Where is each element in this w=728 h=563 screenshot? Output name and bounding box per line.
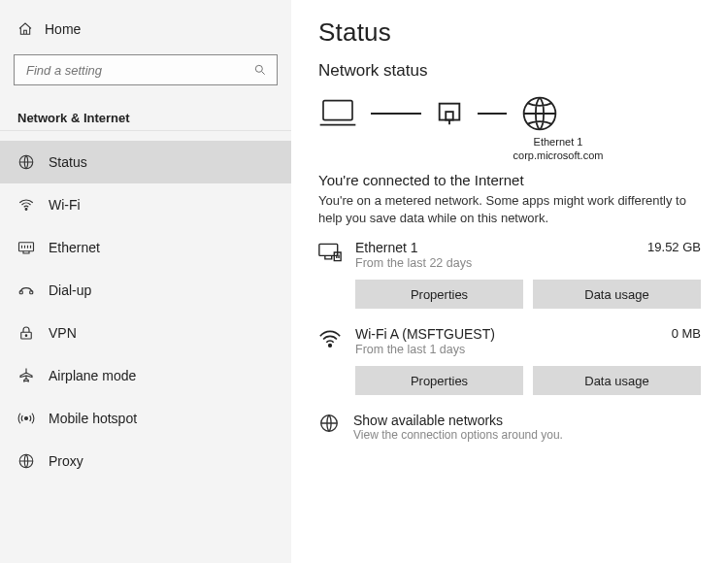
search-input[interactable] [14,54,278,85]
status-icon [17,153,35,171]
svg-rect-4 [19,243,34,251]
svg-point-3 [25,209,27,211]
sidebar-item-label: VPN [49,325,77,341]
globe-icon [318,413,340,434]
svg-rect-10 [30,291,33,294]
sidebar-item-dialup[interactable]: Dial-up [0,269,291,312]
home-icon [17,21,33,37]
globe-icon [520,94,559,133]
show-networks-sub: View the connection options around you. [353,428,563,442]
connection-line [478,113,507,115]
properties-button[interactable]: Properties [355,280,523,309]
data-usage-button[interactable]: Data usage [533,366,701,395]
adapter-name: Ethernet 1 [415,135,701,149]
connection-period: From the last 1 days [355,343,495,356]
connection-item: Ethernet 1 From the last 22 days 19.52 G… [318,240,701,309]
svg-rect-9 [19,291,22,294]
data-usage-button[interactable]: Data usage [533,280,701,309]
home-link[interactable]: Home [0,21,291,54]
section-heading: Network status [318,61,701,81]
home-label: Home [45,21,81,37]
proxy-icon [17,452,35,470]
connection-name: Wi-Fi A (MSFTGUEST) [355,326,495,342]
svg-rect-15 [323,101,352,120]
adapter-domain: corp.microsoft.com [415,149,701,162]
svg-point-13 [25,417,28,420]
connected-heading: You're connected to the Internet [318,172,701,188]
sidebar-item-hotspot[interactable]: Mobile hotspot [0,397,291,440]
sidebar-item-status[interactable]: Status [0,141,291,183]
category-heading: Network & Internet [0,97,291,133]
sidebar-item-wifi[interactable]: Wi-Fi [0,183,291,226]
sidebar-item-proxy[interactable]: Proxy [0,440,291,482]
dialup-icon [17,282,35,299]
sidebar: Home Network & Internet Status [0,0,291,563]
wifi-conn-icon [318,328,342,349]
sidebar-item-label: Status [49,154,87,170]
ethernet-conn-icon [318,242,342,263]
connection-line [371,113,421,115]
divider [0,130,291,131]
airplane-icon [17,367,35,384]
sidebar-item-label: Wi-Fi [49,197,81,213]
sidebar-item-ethernet[interactable]: Ethernet [0,226,291,269]
show-available-networks[interactable]: Show available networks View the connect… [318,413,701,442]
vpn-icon [17,324,35,342]
search-icon [253,63,267,77]
connection-usage: 19.52 GB [647,240,701,254]
svg-line-1 [262,72,265,75]
page-title: Status [318,17,701,48]
svg-point-0 [255,65,262,72]
connection-name: Ethernet 1 [355,240,472,255]
wifi-icon [17,196,35,214]
svg-rect-17 [446,112,453,119]
properties-button[interactable]: Properties [355,366,523,395]
adapter-icon [435,99,464,128]
connection-item: Wi-Fi A (MSFTGUEST) From the last 1 days… [318,326,701,395]
metered-message: You're on a metered network. Some apps m… [318,192,701,226]
sidebar-item-label: Ethernet [49,240,100,255]
search-field[interactable] [24,62,253,79]
hotspot-icon [17,410,35,427]
network-diagram [318,94,701,133]
sidebar-item-vpn[interactable]: VPN [0,312,291,354]
ethernet-icon [17,239,35,256]
sidebar-item-airplane[interactable]: Airplane mode [0,354,291,397]
sidebar-item-label: Mobile hotspot [49,411,137,426]
svg-point-22 [329,345,332,348]
sidebar-item-label: Airplane mode [49,368,136,383]
connection-usage: 0 MB [672,326,701,341]
computer-icon [318,97,357,130]
show-networks-title: Show available networks [353,413,563,428]
main-content: Status Network status Ethernet 1 corp.mi… [291,0,728,563]
sidebar-item-label: Dial-up [49,282,91,298]
diagram-caption: Ethernet 1 corp.microsoft.com [415,135,701,162]
connection-period: From the last 22 days [355,256,472,270]
svg-point-12 [25,335,27,337]
nav: Status Wi-Fi Ethernet Dial-up [0,141,291,482]
sidebar-item-label: Proxy [49,453,83,469]
